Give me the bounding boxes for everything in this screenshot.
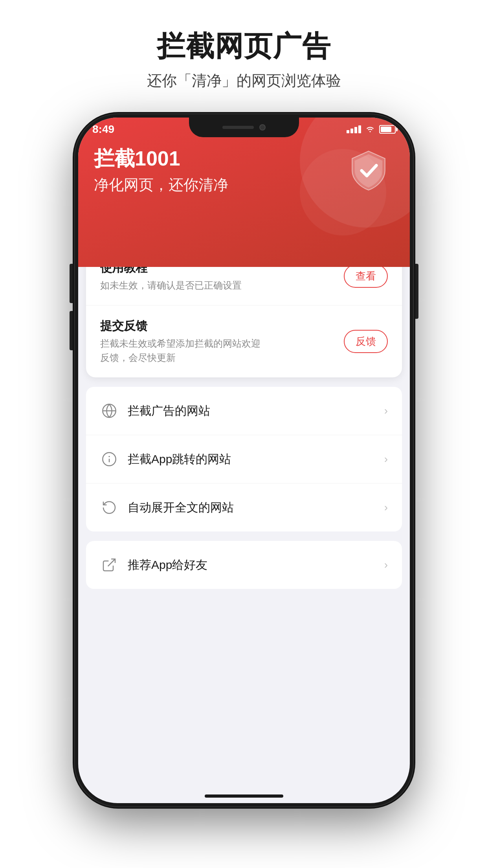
chevron-right-icon: › <box>384 453 388 465</box>
share-app-label: 推荐App给好友 <box>128 557 207 573</box>
list-item-block-ads[interactable]: 拦截广告的网站 › <box>86 387 402 435</box>
chevron-right-icon: › <box>384 405 388 417</box>
auto-expand-label: 自动展开全文的网站 <box>128 500 234 516</box>
page-title-area: 拦截网页广告 还你「清净」的网页浏览体验 <box>147 28 341 91</box>
list-item-block-redirect[interactable]: 拦截App跳转的网站 › <box>86 435 402 484</box>
feedback-title: 提交反馈 <box>100 318 265 334</box>
feedback-text: 提交反馈 拦截未生效或希望添加拦截的网站欢迎反馈，会尽快更新 <box>100 318 265 365</box>
list-section-2: 推荐App给好友 › <box>86 541 402 589</box>
page-subtitle: 还你「清净」的网页浏览体验 <box>147 71 341 91</box>
signal-icon <box>347 125 361 133</box>
feedback-button[interactable]: 反馈 <box>344 330 388 353</box>
info-circle-icon <box>100 450 118 468</box>
status-icons <box>347 125 396 134</box>
notch <box>189 118 299 137</box>
list-item-share-app[interactable]: 推荐App给好友 › <box>86 541 402 589</box>
status-time: 8:49 <box>92 123 114 136</box>
refresh-icon <box>100 498 118 517</box>
share-icon <box>100 556 118 574</box>
phone-screen: 8:49 <box>78 118 410 803</box>
wifi-icon <box>365 125 375 133</box>
phone-frame: 8:49 <box>75 114 413 806</box>
battery-fill <box>381 127 391 132</box>
front-camera <box>259 124 266 131</box>
app-content: 8:49 <box>78 118 410 803</box>
battery-icon <box>379 125 396 134</box>
chevron-right-icon: › <box>384 559 388 571</box>
feedback-row[interactable]: 提交反馈 拦截未生效或希望添加拦截的网站欢迎反馈，会尽快更新 反馈 <box>86 305 402 377</box>
list-item-auto-expand[interactable]: 自动展开全文的网站 › <box>86 484 402 531</box>
volume-down-button <box>70 311 73 350</box>
tutorial-button[interactable]: 查看 <box>344 265 388 288</box>
globe-icon <box>100 402 118 420</box>
home-indicator <box>205 794 283 798</box>
svg-line-6 <box>108 559 115 566</box>
feedback-subtitle: 拦截未生效或希望添加拦截的网站欢迎反馈，会尽快更新 <box>100 337 265 365</box>
volume-up-button <box>70 264 73 303</box>
tutorial-subtitle: 如未生效，请确认是否已正确设置 <box>100 278 242 292</box>
speaker <box>222 126 254 129</box>
phone-container: 8:49 <box>75 114 413 806</box>
chevron-right-icon: › <box>384 501 388 514</box>
svg-point-0 <box>369 131 371 132</box>
power-button <box>415 264 418 319</box>
page-title: 拦截网页广告 <box>147 28 341 65</box>
shield-icon <box>347 149 390 192</box>
block-ads-label: 拦截广告的网站 <box>128 403 210 419</box>
block-redirect-label: 拦截App跳转的网站 <box>128 451 231 467</box>
list-section-1: 拦截广告的网站 › <box>86 387 402 531</box>
